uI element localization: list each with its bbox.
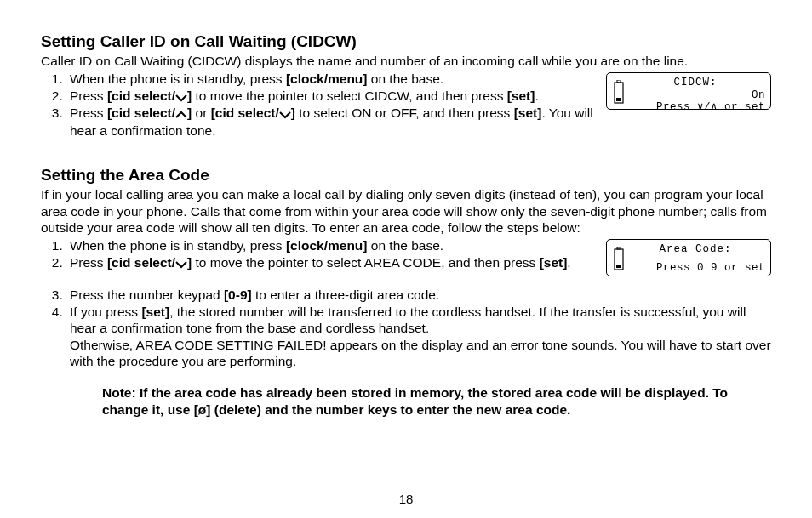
page-number: 18 (0, 492, 812, 506)
down-arrow-icon (279, 106, 291, 122)
heading-area-code: Setting the Area Code (41, 166, 771, 185)
down-arrow-icon (175, 255, 187, 271)
steps-area-code: When the phone is in standby, press [clo… (41, 237, 596, 271)
lcd-line-2: Press 0 9 or set (626, 262, 765, 274)
step-1: When the phone is in standby, press [clo… (66, 71, 596, 87)
step-4: If you press [set], the stored number wi… (66, 304, 771, 370)
lcd-cidcw: CIDCW: OnPress ∨/∧ or set (606, 72, 771, 110)
up-arrow-icon (175, 106, 187, 122)
step-2: Press [cid select/] to move the pointer … (66, 254, 596, 272)
steps-cidcw: When the phone is in standby, press [clo… (41, 71, 596, 139)
svg-rect-5 (616, 265, 621, 268)
lcd-area-code: Area Code: Press 0 9 or set (606, 239, 771, 276)
svg-rect-2 (616, 98, 621, 101)
lead-cidcw: Caller ID on Call Waiting (CIDCW) displa… (41, 53, 771, 69)
steps-area-code-cont: Press the number keypad [0-9] to enter a… (41, 287, 771, 369)
battery-icon (612, 243, 626, 274)
battery-icon (612, 77, 626, 107)
down-arrow-icon (175, 88, 187, 105)
heading-cidcw: Setting Caller ID on Call Waiting (CIDCW… (41, 32, 771, 51)
lcd-line-2: OnPress ∨/∧ or set (626, 89, 765, 114)
step-3: Press the number keypad [0-9] to enter a… (66, 287, 771, 303)
manual-page: Setting Caller ID on Call Waiting (CIDCW… (0, 0, 812, 518)
step-1: When the phone is in standby, press [clo… (66, 237, 596, 253)
step-3: Press [cid select/] or [cid select/] to … (66, 105, 596, 139)
lead-area-code: If in your local calling area you can ma… (41, 186, 771, 236)
lcd-line-1: CIDCW: (626, 77, 765, 88)
note-area-code: Note: If the area code has already been … (102, 384, 771, 418)
step-2: Press [cid select/] to move the pointer … (66, 88, 596, 105)
lcd-line-1: Area Code: (626, 243, 765, 255)
